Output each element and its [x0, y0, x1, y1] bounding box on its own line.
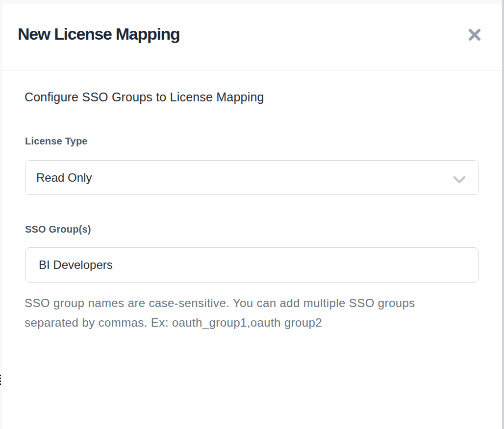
license-type-label: License Type — [25, 136, 88, 147]
page-edge-line — [503, 0, 504, 429]
license-type-select[interactable]: Read Only — [25, 160, 479, 195]
sso-groups-input[interactable] — [39, 258, 468, 272]
header-divider — [2, 71, 502, 71]
chevron-down-icon — [453, 173, 466, 187]
close-icon[interactable] — [467, 27, 482, 42]
new-license-mapping-dialog: New License Mapping Configure SSO Groups… — [2, 4, 502, 429]
list-icon — [0, 375, 1, 385]
dialog-header: New License Mapping — [2, 4, 502, 71]
sso-groups-help-text: SSO group names are case-sensitive. You … — [25, 293, 428, 333]
sso-groups-field — [25, 247, 479, 283]
dialog-title: New License Mapping — [18, 24, 179, 44]
license-type-value: Read Only — [36, 171, 92, 185]
sso-groups-label: SSO Group(s) — [25, 224, 91, 235]
dialog-subtitle: Configure SSO Groups to License Mapping — [25, 90, 264, 104]
